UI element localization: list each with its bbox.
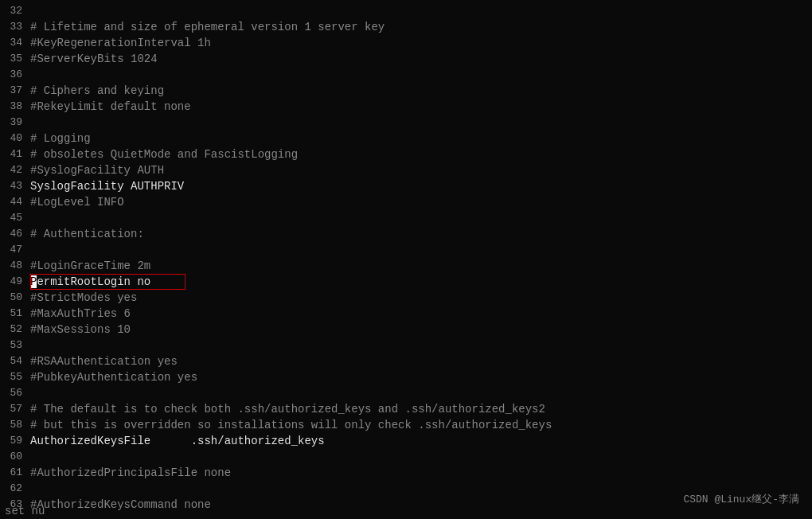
line-content: #AuthorizedKeysCommand none bbox=[30, 497, 211, 513]
line-number: 40 bbox=[0, 131, 30, 146]
line-number: 60 bbox=[0, 449, 30, 465]
code-line: 61#AuthorizedPrincipalsFile none bbox=[0, 465, 812, 481]
code-line: 46# Authentication: bbox=[0, 226, 812, 242]
line-content: #StrictModes yes bbox=[30, 290, 137, 306]
line-number: 45 bbox=[0, 210, 30, 226]
line-number: 33 bbox=[0, 19, 30, 35]
code-line: 52#MaxSessions 10 bbox=[0, 322, 812, 338]
line-content: SyslogFacility AUTHPRIV bbox=[30, 178, 184, 194]
code-line: 36 bbox=[0, 67, 812, 83]
line-number: 51 bbox=[0, 306, 30, 322]
line-number: 54 bbox=[0, 353, 30, 369]
line-content: #KeyRegenerationInterval 1h bbox=[30, 35, 211, 51]
code-line: 56 bbox=[0, 385, 812, 401]
line-number: 52 bbox=[0, 322, 30, 338]
code-line: 37# Ciphers and keying bbox=[0, 83, 812, 99]
line-number: 55 bbox=[0, 369, 30, 385]
line-number: 58 bbox=[0, 417, 30, 433]
code-line: 60 bbox=[0, 449, 812, 465]
line-content: #RSAAuthentication yes bbox=[30, 353, 178, 369]
code-line: 43SyslogFacility AUTHPRIV bbox=[0, 178, 812, 194]
line-number: 32 bbox=[0, 3, 30, 19]
line-content: # Authentication: bbox=[30, 226, 144, 242]
code-line: 51#MaxAuthTries 6 bbox=[0, 306, 812, 322]
line-number: 50 bbox=[0, 290, 30, 306]
code-line: 47 bbox=[0, 242, 812, 258]
line-number: 37 bbox=[0, 83, 30, 99]
line-content: #MaxAuthTries 6 bbox=[30, 306, 131, 322]
line-number: 62 bbox=[0, 481, 30, 497]
line-content: #AuthorizedPrincipalsFile none bbox=[30, 465, 231, 481]
code-line: 32 bbox=[0, 3, 812, 19]
code-line: 55#PubkeyAuthentication yes bbox=[0, 369, 812, 385]
line-content: #LoginGraceTime 2m bbox=[30, 258, 150, 274]
line-content: # The default is to check both .ssh/auth… bbox=[30, 401, 545, 417]
code-line: 45 bbox=[0, 210, 812, 226]
line-content: # Logging bbox=[30, 131, 91, 146]
line-content: # but this is overridden so installation… bbox=[30, 417, 552, 433]
code-line: 58# but this is overridden so installati… bbox=[0, 417, 812, 433]
line-number: 39 bbox=[0, 115, 30, 131]
code-line: 44#LogLevel INFO bbox=[0, 194, 812, 210]
code-line: 54#RSAAuthentication yes bbox=[0, 353, 812, 369]
watermark: CSDN @Linux继父-李满 bbox=[683, 492, 799, 506]
line-number: 36 bbox=[0, 67, 30, 83]
line-number: 42 bbox=[0, 162, 30, 178]
code-line: 49PermitRootLogin no bbox=[0, 274, 812, 290]
line-content: #RekeyLimit default none bbox=[30, 99, 191, 115]
line-content: #LogLevel INFO bbox=[30, 194, 124, 210]
code-line: 40# Logging bbox=[0, 131, 812, 146]
code-line: 48#LoginGraceTime 2m bbox=[0, 258, 812, 274]
line-number: 38 bbox=[0, 99, 30, 115]
code-line: 34#KeyRegenerationInterval 1h bbox=[0, 35, 812, 51]
line-number: 57 bbox=[0, 401, 30, 417]
line-content: #ServerKeyBits 1024 bbox=[30, 51, 158, 67]
line-content: # Lifetime and size of ephemeral version… bbox=[30, 19, 385, 35]
line-number: 61 bbox=[0, 465, 30, 481]
status-line: set nu bbox=[0, 503, 49, 519]
line-number: 47 bbox=[0, 242, 30, 258]
line-number: 56 bbox=[0, 385, 30, 401]
code-line: 41# obsoletes QuietMode and FascistLoggi… bbox=[0, 146, 812, 162]
code-line: 57# The default is to check both .ssh/au… bbox=[0, 401, 812, 417]
line-number: 59 bbox=[0, 433, 30, 449]
line-content: # obsoletes QuietMode and FascistLogging bbox=[30, 146, 298, 162]
line-content: #SyslogFacility AUTH bbox=[30, 162, 164, 178]
line-content: #MaxSessions 10 bbox=[30, 322, 131, 338]
line-number: 48 bbox=[0, 258, 30, 274]
code-lines: 3233# Lifetime and size of ephemeral ver… bbox=[0, 0, 812, 516]
line-number: 41 bbox=[0, 146, 30, 162]
code-line: 38#RekeyLimit default none bbox=[0, 99, 812, 115]
code-line: 39 bbox=[0, 115, 812, 131]
code-line: 53 bbox=[0, 338, 812, 353]
line-content: PermitRootLogin no bbox=[30, 274, 150, 290]
code-line: 35#ServerKeyBits 1024 bbox=[0, 51, 812, 67]
line-number: 53 bbox=[0, 338, 30, 353]
line-content: # Ciphers and keying bbox=[30, 83, 164, 99]
code-line: 50#StrictModes yes bbox=[0, 290, 812, 306]
code-line: 42#SyslogFacility AUTH bbox=[0, 162, 812, 178]
line-number: 43 bbox=[0, 178, 30, 194]
line-number: 49 bbox=[0, 274, 30, 290]
line-content: AuthorizedKeysFile .ssh/authorized_keys bbox=[30, 433, 325, 449]
line-number: 34 bbox=[0, 35, 30, 51]
code-editor: 3233# Lifetime and size of ephemeral ver… bbox=[0, 0, 812, 519]
line-number: 44 bbox=[0, 194, 30, 210]
line-number: 46 bbox=[0, 226, 30, 242]
line-number: 35 bbox=[0, 51, 30, 67]
code-line: 33# Lifetime and size of ephemeral versi… bbox=[0, 19, 812, 35]
line-content: #PubkeyAuthentication yes bbox=[30, 369, 197, 385]
code-line: 59AuthorizedKeysFile .ssh/authorized_key… bbox=[0, 433, 812, 449]
